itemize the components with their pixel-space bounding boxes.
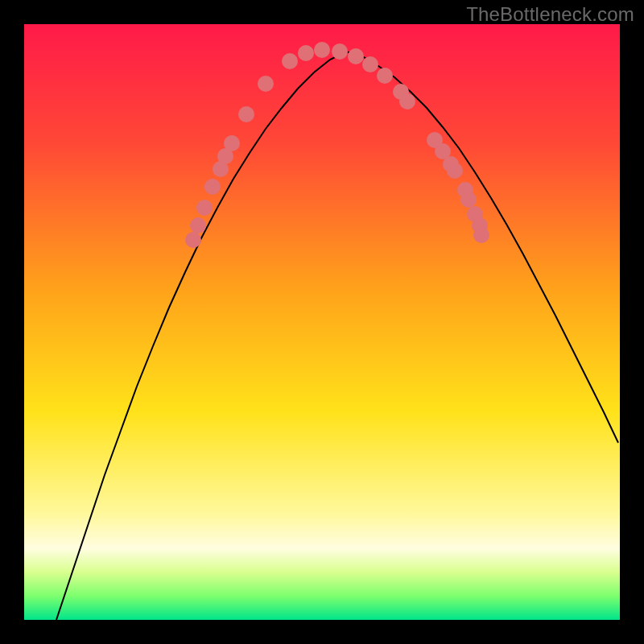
- data-marker: [362, 56, 378, 72]
- data-marker: [460, 192, 477, 208]
- data-marker: [473, 227, 489, 243]
- data-marker: [196, 200, 213, 216]
- data-marker: [204, 179, 221, 195]
- data-marker: [447, 163, 463, 179]
- data-marker: [399, 93, 415, 109]
- data-marker: [258, 76, 274, 92]
- data-marker: [224, 135, 240, 151]
- data-marker: [298, 45, 314, 61]
- watermark-text: TheBottleneck.com: [466, 3, 634, 26]
- data-marker: [238, 106, 254, 122]
- data-marker: [185, 232, 201, 248]
- data-marker: [314, 42, 330, 58]
- chart-frame: [24, 24, 620, 620]
- gradient-background: [24, 24, 620, 620]
- data-marker: [282, 53, 298, 69]
- data-marker: [348, 48, 364, 64]
- data-marker: [377, 68, 393, 84]
- data-marker: [332, 43, 348, 60]
- data-marker: [190, 217, 206, 233]
- bottleneck-chart: [24, 24, 620, 620]
